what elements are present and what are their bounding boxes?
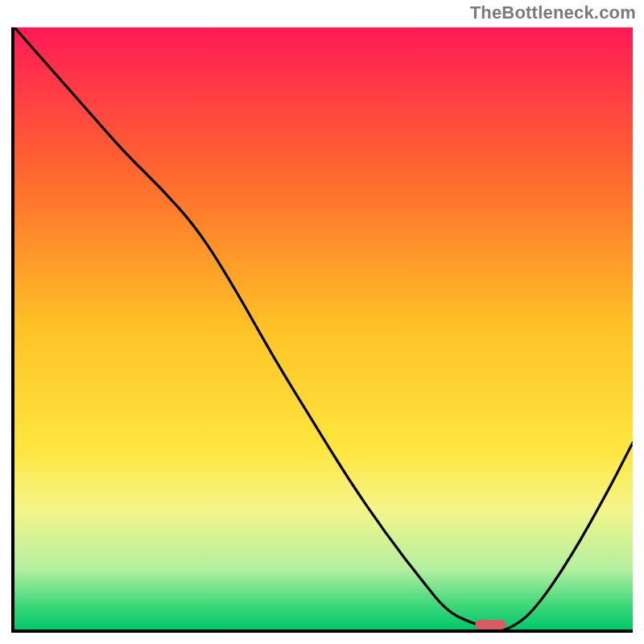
gradient-background bbox=[14, 27, 633, 630]
chart-svg bbox=[14, 27, 633, 630]
plot-area bbox=[11, 27, 633, 633]
watermark-text: TheBottleneck.com bbox=[470, 2, 636, 23]
chart-container: TheBottleneck.com bbox=[0, 0, 644, 644]
optimal-marker bbox=[475, 620, 506, 630]
